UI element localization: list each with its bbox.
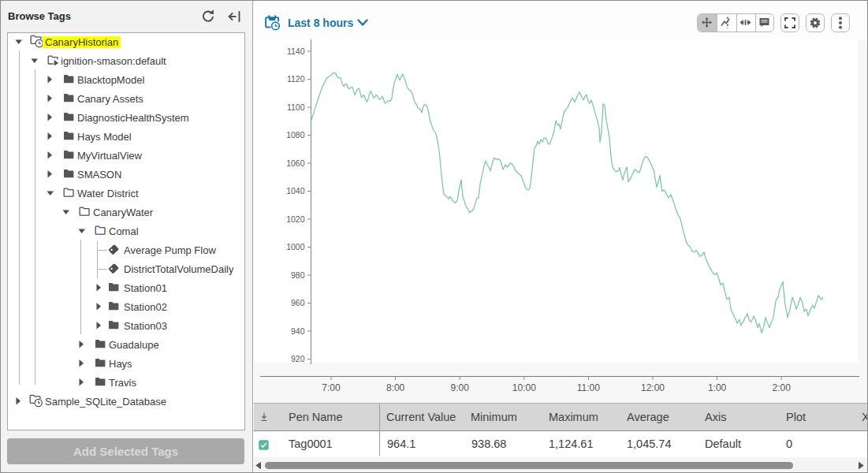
svg-text:1100: 1100 <box>287 102 305 112</box>
svg-text:1000: 1000 <box>286 242 305 251</box>
svg-text:9:00: 9:00 <box>451 382 470 393</box>
svg-text:11:00: 11:00 <box>577 382 600 393</box>
svg-text:940: 940 <box>291 326 305 336</box>
svg-text:8:00: 8:00 <box>386 382 405 393</box>
svg-text:1020: 1020 <box>286 214 305 224</box>
svg-text:2:00: 2:00 <box>773 382 792 393</box>
svg-text:1120: 1120 <box>287 74 305 84</box>
svg-text:1080: 1080 <box>286 130 305 140</box>
svg-text:12:00: 12:00 <box>641 382 665 393</box>
svg-text:7:00: 7:00 <box>322 382 341 393</box>
svg-text:1060: 1060 <box>286 158 305 168</box>
svg-text:1140: 1140 <box>287 47 305 56</box>
svg-text:920: 920 <box>291 354 305 363</box>
svg-text:960: 960 <box>291 298 305 307</box>
svg-text:10:00: 10:00 <box>512 382 536 393</box>
svg-text:980: 980 <box>291 270 305 280</box>
svg-text:1040: 1040 <box>286 186 305 196</box>
svg-text:1:00: 1:00 <box>708 382 727 393</box>
